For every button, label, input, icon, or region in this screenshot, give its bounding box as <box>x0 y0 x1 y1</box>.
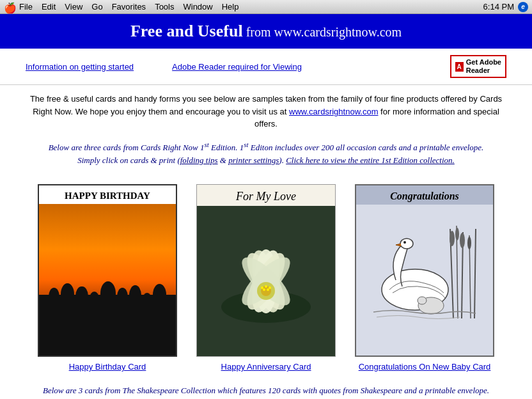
italic-line2: Simply click on cards & print (folding t… <box>77 155 455 165</box>
printer-settings-link[interactable]: printer settings <box>228 155 279 165</box>
adobe-logo: A <box>455 62 464 72</box>
svg-point-26 <box>403 241 406 244</box>
italic-description: Below are three cards from Cards Right N… <box>0 134 532 171</box>
header-banner: Free and Useful from www.cardsrightnow.c… <box>0 14 532 49</box>
folding-tips-link[interactable]: folding tips <box>180 155 218 165</box>
congrats-card-title: Congratulations <box>356 185 493 205</box>
lotus-svg <box>208 224 324 339</box>
congrats-card-link[interactable]: Congratulations On New Baby Card <box>359 362 491 372</box>
birthday-photo <box>39 204 176 356</box>
cards-section: HAPPY BIRTHDAY <box>0 171 532 378</box>
svg-point-10 <box>261 286 263 289</box>
svg-point-11 <box>265 285 267 288</box>
svg-point-25 <box>400 239 413 249</box>
svg-point-14 <box>267 288 269 291</box>
congrats-card-item: Congratulations <box>355 184 494 372</box>
swan-svg <box>361 216 489 344</box>
page-content: Free and Useful from www.cardsrightnow.c… <box>0 14 532 399</box>
svg-point-12 <box>269 286 271 289</box>
svg-point-23 <box>467 237 471 249</box>
congrats-photo <box>356 205 493 356</box>
birthday-card-image <box>39 204 176 356</box>
birthday-card-link[interactable]: Happy Birthday Card <box>69 362 146 372</box>
svg-point-28 <box>418 297 426 304</box>
svg-point-22 <box>460 233 465 248</box>
italic-line1: Below are three cards from Cards Right N… <box>49 143 484 152</box>
adobe-reader-link[interactable]: Adobe Reader required for Viewing <box>172 62 302 72</box>
adobe-badge[interactable]: A Get AdobeReader <box>450 55 506 78</box>
svg-point-21 <box>455 228 459 240</box>
header-title: Free and Useful <box>130 22 243 40</box>
view-collection-link[interactable]: Click here to view the entire 1st Editio… <box>286 155 455 165</box>
bottom-description: Below are 3 cards from The Shakespeare C… <box>0 378 532 399</box>
menu-tools[interactable]: Tools <box>155 2 174 12</box>
congrats-card-image <box>356 205 493 356</box>
birthday-card-frame[interactable]: HAPPY BIRTHDAY <box>38 184 177 357</box>
adobe-text: Get AdobeReader <box>466 58 501 75</box>
anniversary-photo <box>197 206 335 356</box>
menu-view[interactable]: View <box>65 2 82 12</box>
menu-go[interactable]: Go <box>91 2 102 12</box>
anniversary-card-title: For My Love <box>197 185 335 206</box>
menu-window[interactable]: Window <box>183 2 212 12</box>
anniversary-card-frame[interactable]: For My Love <box>196 184 336 357</box>
cardsrightnow-link[interactable]: www.cardsrightnow.com <box>289 107 378 116</box>
ie-icon: e <box>518 2 528 12</box>
header-subtitle: from www.cardsrightnow.com <box>243 25 402 39</box>
menu-help[interactable]: Help <box>222 2 239 12</box>
birthday-card-title: HAPPY BIRTHDAY <box>39 185 176 204</box>
svg-point-13 <box>263 288 265 291</box>
congrats-card-frame[interactable]: Congratulations <box>355 184 494 357</box>
svg-point-20 <box>450 231 455 246</box>
anniversary-card-link[interactable]: Happy Anniversary Card <box>221 362 311 372</box>
anniversary-card-item: For My Love <box>196 184 336 372</box>
svg-line-19 <box>474 229 476 318</box>
menu-bar: 🍎 File Edit View Go Favorites Tools Wind… <box>0 0 532 14</box>
description-text: The free & useful cards and handy forms … <box>0 85 532 134</box>
getting-started-link[interactable]: Information on getting started <box>26 62 134 72</box>
menu-items: File Edit View Go Favorites Tools Window… <box>19 2 483 12</box>
menu-favorites[interactable]: Favorites <box>112 2 146 12</box>
nav-links-left: Information on getting started Adobe Rea… <box>26 62 302 72</box>
birthday-card-item: HAPPY BIRTHDAY <box>38 184 177 372</box>
menu-file[interactable]: File <box>19 2 33 12</box>
system-time: 6:14 PM e <box>483 2 528 12</box>
apple-menu[interactable]: 🍎 <box>4 2 14 12</box>
nav-links-row: Information on getting started Adobe Rea… <box>0 49 532 85</box>
bottom-line1: Below are 3 cards from The Shakespeare C… <box>43 386 489 395</box>
anniversary-card-image <box>197 206 335 356</box>
menu-edit[interactable]: Edit <box>42 2 56 12</box>
